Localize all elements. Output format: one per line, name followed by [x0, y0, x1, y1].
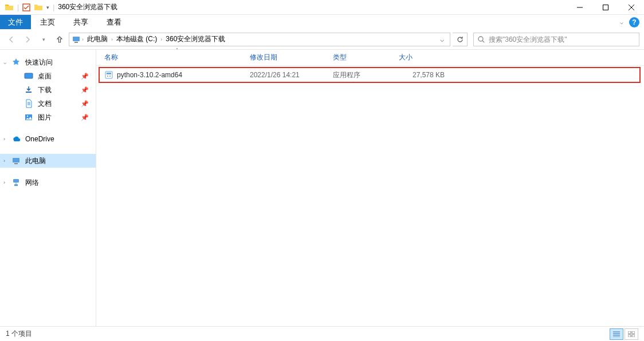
- svg-point-16: [107, 76, 108, 77]
- view-tab[interactable]: 查看: [97, 15, 131, 29]
- svg-rect-1: [603, 5, 608, 10]
- sidebar-item-label: 网络: [25, 178, 39, 188]
- svg-rect-15: [107, 73, 111, 74]
- icons-view-button[interactable]: [625, 328, 638, 340]
- file-name: python-3.10.2-amd64: [117, 71, 182, 79]
- sidebar-item-pictures[interactable]: 图片 📌: [0, 110, 96, 124]
- search-box[interactable]: [473, 33, 639, 46]
- status-bar: 1 个项目: [0, 326, 644, 341]
- caret-icon[interactable]: ⌵: [3, 60, 6, 65]
- svg-rect-14: [105, 72, 112, 78]
- sidebar-item-label: 文档: [38, 99, 52, 109]
- caret-icon[interactable]: ›: [3, 136, 5, 142]
- file-name-cell: python-3.10.2-amd64: [104, 70, 250, 80]
- address-dropdown-icon[interactable]: ⌵: [437, 35, 447, 43]
- svg-rect-20: [628, 335, 631, 337]
- back-button[interactable]: [5, 33, 18, 46]
- close-button[interactable]: [618, 0, 644, 15]
- home-tab[interactable]: 主页: [31, 15, 64, 29]
- refresh-button[interactable]: [453, 33, 468, 46]
- sort-indicator-icon: ˄: [176, 47, 178, 53]
- sidebar-item-label: OneDrive: [25, 135, 54, 143]
- share-tab[interactable]: 共享: [64, 15, 97, 29]
- svg-rect-10: [13, 158, 19, 162]
- minimize-button[interactable]: [567, 0, 592, 15]
- column-name[interactable]: 名称˄: [104, 53, 250, 62]
- qat-dropdown-icon[interactable]: ▾: [46, 5, 49, 10]
- svg-rect-21: [632, 335, 635, 337]
- ribbon: 文件 主页 共享 查看 ⌵ ?: [0, 15, 644, 29]
- file-list: 名称˄ 修改日期 类型 大小 python-3.10.2-amd64 2022/…: [96, 50, 644, 326]
- svg-rect-13: [14, 184, 18, 186]
- svg-rect-19: [632, 331, 635, 334]
- crumb-pc[interactable]: 此电脑: [85, 34, 110, 44]
- forward-button[interactable]: [21, 33, 34, 46]
- breadcrumb[interactable]: › 此电脑 › 本地磁盘 (C:) › 360安全浏览器下载 ⌵: [69, 33, 450, 46]
- view-switcher: [610, 328, 638, 340]
- svg-point-9: [27, 116, 28, 117]
- sidebar-item-documents[interactable]: 文档 📌: [0, 97, 96, 110]
- column-type[interactable]: 类型: [333, 53, 399, 62]
- column-size[interactable]: 大小: [399, 53, 445, 62]
- maximize-button[interactable]: [592, 0, 618, 15]
- pin-icon: 📌: [81, 114, 89, 121]
- help-button[interactable]: ?: [629, 17, 639, 27]
- chevron-right-icon[interactable]: ›: [160, 37, 162, 42]
- sidebar-item-desktop[interactable]: 桌面 📌: [0, 69, 96, 83]
- ribbon-expand-icon[interactable]: ⌵: [620, 19, 623, 25]
- checkbox-icon[interactable]: [22, 3, 30, 11]
- ribbon-right: ⌵ ?: [620, 15, 644, 29]
- sidebar-item-label: 快速访问: [25, 58, 53, 68]
- document-icon: [24, 99, 33, 108]
- svg-point-17: [109, 76, 111, 77]
- chevron-right-icon[interactable]: ›: [82, 37, 84, 42]
- pin-icon: 📌: [81, 73, 89, 80]
- sidebar-item-label: 下载: [38, 85, 52, 95]
- recent-dropdown[interactable]: ▾: [37, 33, 50, 46]
- file-row[interactable]: python-3.10.2-amd64 2022/1/26 14:21 应用程序…: [100, 68, 639, 82]
- caret-icon[interactable]: ›: [3, 180, 5, 185]
- svg-rect-18: [628, 331, 631, 334]
- item-count: 1 个项目: [6, 329, 32, 339]
- download-icon: [24, 85, 33, 94]
- sidebar-item-downloads[interactable]: 下载 📌: [0, 83, 96, 97]
- pin-icon: 📌: [81, 100, 89, 108]
- column-date[interactable]: 修改日期: [250, 53, 333, 62]
- qat-divider: |: [17, 3, 19, 11]
- search-input[interactable]: [489, 35, 635, 43]
- network-icon: [11, 178, 21, 187]
- file-tab[interactable]: 文件: [0, 15, 31, 29]
- file-date: 2022/1/26 14:21: [250, 71, 333, 79]
- crumb-folder[interactable]: 360安全浏览器下载: [163, 34, 227, 44]
- caret-icon[interactable]: ›: [3, 158, 5, 164]
- svg-rect-3: [74, 42, 78, 43]
- window-controls: [567, 0, 644, 15]
- sidebar-onedrive[interactable]: › OneDrive: [0, 132, 96, 146]
- svg-rect-11: [14, 163, 18, 164]
- window-title: 360安全浏览器下载: [58, 2, 117, 12]
- title-bar: | ▾ | 360安全浏览器下载: [0, 0, 644, 15]
- folder-icon-small: [34, 3, 43, 12]
- content-area: ⌵ 快速访问 桌面 📌 下载 📌 文档 📌 图片 📌 › OneD: [0, 50, 644, 326]
- address-bar: ▾ › 此电脑 › 本地磁盘 (C:) › 360安全浏览器下载 ⌵: [0, 29, 644, 50]
- svg-point-4: [478, 37, 483, 41]
- pc-icon: [72, 35, 81, 44]
- desktop-icon: [24, 72, 33, 81]
- sidebar-item-label: 桌面: [38, 72, 52, 81]
- exe-icon: [104, 70, 113, 80]
- file-size: 27,578 KB: [399, 71, 445, 79]
- file-type: 应用程序: [333, 70, 399, 80]
- sidebar-item-label: 图片: [38, 113, 52, 122]
- sidebar-network[interactable]: › 网络: [0, 176, 96, 189]
- svg-rect-2: [73, 37, 80, 41]
- details-view-button[interactable]: [610, 328, 623, 340]
- up-button[interactable]: [53, 33, 66, 46]
- sidebar-item-label: 此电脑: [25, 156, 46, 166]
- crumb-drive[interactable]: 本地磁盘 (C:): [114, 34, 159, 44]
- svg-rect-7: [26, 92, 32, 93]
- pictures-icon: [24, 113, 33, 122]
- star-icon: [11, 58, 21, 67]
- sidebar-this-pc[interactable]: › 此电脑: [0, 154, 96, 168]
- sidebar-quick-access[interactable]: ⌵ 快速访问: [0, 55, 96, 69]
- chevron-right-icon[interactable]: ›: [111, 37, 113, 42]
